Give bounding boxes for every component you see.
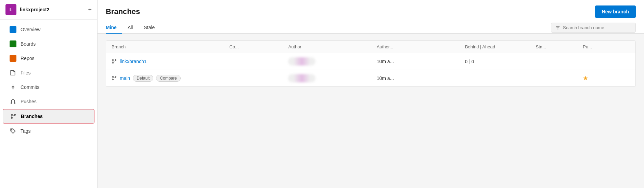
tabs-row: Mine All Stale (106, 22, 636, 33)
svg-point-6 (12, 130, 12, 130)
sidebar-item-repos[interactable]: Repos (3, 51, 94, 65)
tags-icon (10, 128, 16, 134)
col-behind-ahead: Behind | Ahead (465, 44, 536, 49)
files-icon (10, 69, 16, 76)
sidebar-item-label: Boards (21, 41, 36, 47)
pushed-cell: ★ (583, 74, 630, 82)
author-avatar (288, 74, 315, 82)
project-avatar: L (5, 4, 16, 15)
authored-cell: 10m a... (377, 75, 465, 81)
sidebar-item-branches[interactable]: Branches (3, 109, 94, 124)
svg-point-0 (12, 86, 14, 88)
tab-stale[interactable]: Stale (138, 22, 160, 34)
table-row: linkxbranch1 10m a... 0 | 0 (106, 53, 635, 70)
branches-table: Branch Co... Author Author... Behind | A… (106, 40, 636, 87)
sidebar-header: L linkxproject2 + (0, 0, 97, 20)
svg-point-1 (11, 103, 12, 104)
sidebar-item-pushes[interactable]: Pushes (3, 95, 94, 108)
star-icon[interactable]: ★ (583, 75, 588, 82)
search-input[interactable] (563, 25, 631, 30)
main-header: Branches New branch Mine All Stale (98, 0, 644, 34)
sidebar-item-label: Files (21, 70, 31, 75)
author-avatar (288, 57, 315, 66)
col-commit: Co... (229, 44, 288, 49)
authored-cell: 10m a... (377, 59, 465, 64)
col-author: Author (288, 44, 376, 49)
col-pushed: Pu... (583, 44, 630, 49)
repos-icon (10, 55, 16, 62)
svg-point-7 (113, 60, 114, 61)
sidebar-item-label: Branches (21, 114, 43, 119)
author-cell (288, 74, 376, 82)
tab-mine[interactable]: Mine (106, 22, 122, 34)
table-row: main Default Compare 10m a... ★ (106, 70, 635, 86)
col-authored: Author... (377, 44, 465, 49)
pushes-icon (10, 98, 16, 105)
svg-point-10 (113, 77, 114, 78)
default-badge: Default (133, 75, 153, 82)
separator: | (469, 59, 470, 64)
add-project-button[interactable]: + (88, 6, 92, 13)
compare-button[interactable]: Compare (156, 75, 180, 82)
header-row: Branches New branch (106, 5, 636, 18)
sidebar-item-label: Tags (21, 128, 31, 134)
sidebar-nav: Overview Boards Repos Files Commits (0, 20, 97, 188)
commits-icon (10, 84, 16, 91)
svg-point-4 (11, 117, 12, 118)
filter-icon (555, 25, 560, 30)
search-wrapper (551, 23, 636, 33)
ahead-count: 0 (472, 59, 474, 64)
project-name: linkxproject2 (20, 7, 85, 12)
sidebar-item-commits[interactable]: Commits (3, 80, 94, 94)
behind-count: 0 (465, 59, 467, 64)
page-title: Branches (106, 7, 140, 16)
svg-point-11 (113, 79, 114, 80)
sidebar: L linkxproject2 + Overview Boards Repos (0, 0, 98, 188)
sidebar-item-label: Overview (21, 27, 40, 32)
branch-cell: linkxbranch1 (112, 59, 229, 64)
git-branch-icon (112, 59, 117, 64)
branch-name[interactable]: main (120, 75, 130, 81)
svg-point-3 (11, 114, 12, 115)
sidebar-item-label: Repos (21, 56, 34, 61)
sidebar-item-overview[interactable]: Overview (3, 23, 94, 36)
git-branch-icon (112, 75, 117, 81)
sidebar-item-label: Commits (21, 84, 39, 90)
sidebar-item-label: Pushes (21, 99, 37, 104)
overview-icon (10, 26, 16, 33)
svg-point-8 (113, 62, 114, 63)
tabs-container: Mine All Stale (106, 22, 160, 33)
author-cell (288, 57, 376, 66)
branch-name[interactable]: linkxbranch1 (120, 59, 147, 64)
main-content: Branches New branch Mine All Stale Branc… (98, 0, 644, 188)
svg-point-2 (14, 103, 15, 104)
col-status: Sta... (536, 44, 583, 49)
behind-ahead-cell: 0 | 0 (465, 59, 536, 64)
sidebar-item-boards[interactable]: Boards (3, 37, 94, 51)
branches-icon (10, 113, 17, 120)
col-branch: Branch (112, 44, 229, 49)
tab-all[interactable]: All (122, 22, 139, 34)
new-branch-button[interactable]: New branch (595, 5, 636, 18)
sidebar-item-files[interactable]: Files (3, 66, 94, 80)
content-area: Branch Co... Author Author... Behind | A… (98, 34, 644, 188)
boards-icon (10, 40, 16, 47)
sidebar-item-tags[interactable]: Tags (3, 124, 94, 138)
branch-cell: main Default Compare (112, 75, 229, 82)
table-header: Branch Co... Author Author... Behind | A… (106, 41, 635, 53)
